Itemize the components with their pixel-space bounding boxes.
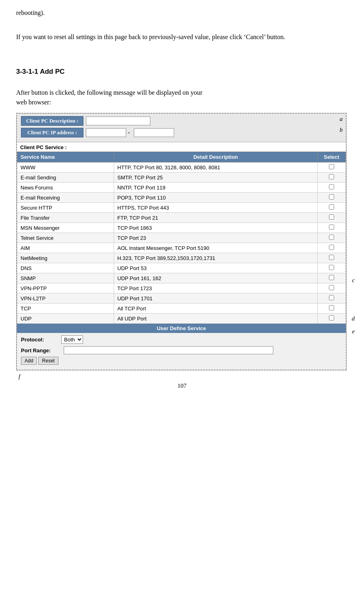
service-name-cell: File Transfer: [17, 213, 114, 223]
service-select-cell: [318, 243, 346, 253]
service-checkbox[interactable]: [329, 184, 334, 189]
service-detail-cell: TCP Port 1863: [114, 223, 318, 233]
th-select: Select: [318, 152, 346, 162]
service-checkbox[interactable]: [329, 214, 334, 220]
service-name-cell: E-mail Sending: [17, 173, 114, 183]
service-checkbox[interactable]: [329, 204, 334, 210]
service-name-cell: MSN Messenger: [17, 223, 114, 233]
label-c: c: [352, 277, 355, 284]
label-a: a: [340, 116, 343, 123]
service-select-cell: [318, 273, 346, 283]
service-checkbox[interactable]: [329, 315, 334, 320]
service-detail-cell: TCP Port 1723: [114, 283, 318, 293]
service-checkbox[interactable]: [329, 305, 334, 310]
service-checkbox[interactable]: [329, 255, 334, 260]
service-select-cell: [318, 193, 346, 203]
service-select-cell: [318, 162, 346, 173]
service-name-cell: VPN-PPTP: [17, 283, 114, 293]
service-detail-cell: SMTP, TCP Port 25: [114, 173, 318, 183]
service-select-cell: [318, 283, 346, 293]
client-pc-desc-label: Client PC Description :: [21, 116, 83, 126]
protocol-select[interactable]: Both TCP UDP: [61, 335, 83, 344]
protocol-label: Protocol:: [21, 337, 61, 343]
client-pc-service-label: Client PC Service :: [17, 142, 346, 152]
page-number: 107: [16, 383, 348, 389]
section-title: 3-3-1-1 Add PC: [16, 68, 348, 76]
service-detail-cell: FTP, TCP Port 21: [114, 213, 318, 223]
service-name-cell: SNMP: [17, 273, 114, 283]
user-define-title: User Define Service: [17, 324, 346, 333]
service-select-cell: [318, 203, 346, 213]
service-detail-cell: UDP Port 53: [114, 263, 318, 273]
service-select-cell: [318, 183, 346, 193]
intro-line1: rebooting).: [16, 8, 348, 18]
section-desc-line2: web browser:: [16, 99, 51, 106]
service-checkbox[interactable]: [329, 225, 334, 230]
service-name-cell: TCP: [17, 304, 114, 314]
service-name-cell: UDP: [17, 314, 114, 324]
service-select-cell: [318, 173, 346, 183]
service-detail-cell: H.323, TCP Port 389,522,1503,1720,1731: [114, 253, 318, 263]
service-name-cell: News Forums: [17, 183, 114, 193]
client-pc-ip-label: Client PC IP address :: [21, 128, 83, 137]
service-detail-cell: POP3, TCP Port 110: [114, 193, 318, 203]
service-detail-cell: All UDP Port: [114, 314, 318, 324]
th-service-name: Service Name: [17, 152, 114, 162]
service-checkbox[interactable]: [329, 245, 334, 250]
label-e: e: [352, 328, 355, 335]
add-button[interactable]: Add: [21, 357, 37, 365]
section-desc-line1: After button is clicked, the following m…: [16, 89, 202, 96]
service-select-cell: [318, 314, 346, 324]
service-checkbox[interactable]: [329, 275, 334, 280]
service-select-cell: [318, 253, 346, 263]
service-checkbox[interactable]: [329, 194, 334, 200]
service-name-cell: AIM: [17, 243, 114, 253]
label-f: f: [19, 373, 20, 380]
service-name-cell: E-mail Receiving: [17, 193, 114, 203]
reset-button[interactable]: Reset: [38, 357, 58, 365]
label-b: b: [340, 127, 343, 133]
service-checkbox[interactable]: [329, 174, 334, 179]
service-name-cell: DNS: [17, 263, 114, 273]
service-detail-cell: NNTP, TCP Port 119: [114, 183, 318, 193]
service-detail-cell: UDP Port 1701: [114, 293, 318, 304]
service-name-cell: WWW: [17, 162, 114, 173]
service-name-cell: Telnet Service: [17, 233, 114, 243]
service-select-cell: [318, 293, 346, 304]
ip-dash: -: [128, 129, 130, 136]
service-select-cell: [318, 304, 346, 314]
service-checkbox[interactable]: [329, 235, 334, 240]
service-table: Service Name Detail Description Select W…: [17, 152, 346, 324]
service-checkbox[interactable]: [329, 265, 334, 270]
service-detail-cell: HTTPS, TCP Port 443: [114, 203, 318, 213]
service-checkbox[interactable]: [329, 285, 334, 290]
port-range-input[interactable]: [64, 346, 273, 354]
service-select-cell: [318, 213, 346, 223]
service-checkbox[interactable]: [329, 295, 334, 300]
service-select-cell: [318, 223, 346, 233]
service-name-cell: Secure HTTP: [17, 203, 114, 213]
service-name-cell: VPN-L2TP: [17, 293, 114, 304]
service-select-cell: [318, 233, 346, 243]
intro-line2: If you want to reset all settings in thi…: [16, 32, 348, 42]
service-detail-cell: All TCP Port: [114, 304, 318, 314]
th-detail-desc: Detail Description: [114, 152, 318, 162]
label-d: d: [352, 315, 355, 322]
service-detail-cell: AOL Instant Messenger, TCP Port 5190: [114, 243, 318, 253]
service-name-cell: NetMeeting: [17, 253, 114, 263]
port-range-label: Port Range:: [21, 347, 61, 354]
client-pc-desc-input[interactable]: [86, 116, 150, 125]
service-detail-cell: HTTP, TCP Port 80, 3128, 8000, 8080, 808…: [114, 162, 318, 173]
service-detail-cell: TCP Port 23: [114, 233, 318, 243]
service-detail-cell: UDP Port 161, 162: [114, 273, 318, 283]
client-pc-ip-input2[interactable]: [134, 128, 174, 137]
section-desc: After button is clicked, the following m…: [16, 88, 348, 107]
service-checkbox[interactable]: [329, 164, 334, 169]
client-pc-ip-input1[interactable]: [86, 128, 126, 137]
service-select-cell: [318, 263, 346, 273]
